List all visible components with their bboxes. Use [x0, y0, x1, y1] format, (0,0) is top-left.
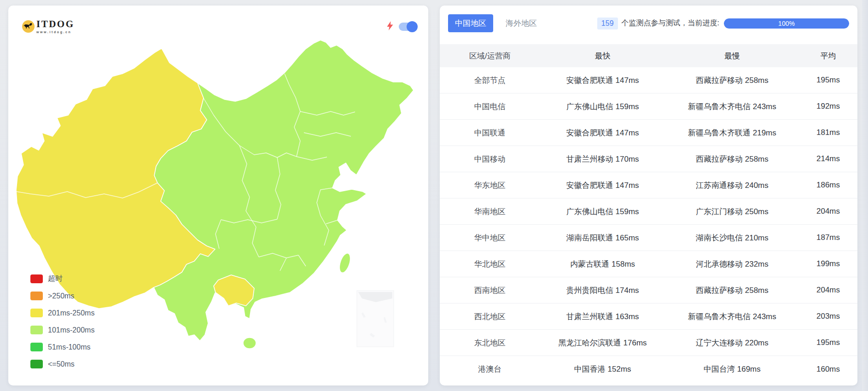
progress-fill: 100%: [724, 18, 849, 29]
table-row[interactable]: 港澳台 中国香港 152ms 中国台湾 169ms 160ms: [440, 356, 857, 382]
table-row[interactable]: 中国联通 安徽合肥联通 147ms 新疆乌鲁木齐联通 219ms 181ms: [440, 120, 857, 146]
cell-fastest: 黑龙江哈尔滨联通 176ms: [540, 338, 665, 348]
cell-average: 214ms: [799, 154, 857, 163]
header-fastest: 最快: [540, 51, 665, 61]
legend-item: 超时: [30, 270, 94, 287]
legend-swatch: [30, 343, 43, 351]
cell-average: 192ms: [799, 102, 857, 111]
cell-fastest: 甘肃兰州移动 170ms: [540, 154, 665, 164]
tab-china-region[interactable]: 中国地区: [448, 14, 493, 32]
legend-item: >250ms: [30, 287, 94, 304]
table-row[interactable]: 中国移动 甘肃兰州移动 170ms 西藏拉萨移动 258ms 214ms: [440, 146, 857, 172]
legend-label: >250ms: [48, 292, 74, 300]
cell-slowest: 西藏拉萨移动 258ms: [665, 285, 799, 296]
table-row[interactable]: 西北地区 甘肃兰州联通 163ms 新疆乌鲁木齐电信 243ms 203ms: [440, 303, 857, 330]
monitor-count-badge: 159: [597, 18, 618, 29]
cell-slowest: 江苏南通移动 240ms: [665, 180, 799, 191]
cell-fastest: 安徽合肥联通 147ms: [540, 180, 665, 191]
header-region: 区域/运营商: [440, 51, 540, 61]
logo-site-text: www.itdog.cn: [36, 30, 75, 34]
legend-swatch: [30, 309, 43, 317]
cell-fastest: 安徽合肥联通 147ms: [540, 75, 665, 86]
cell-average: 181ms: [799, 128, 857, 137]
cell-region: 华东地区: [440, 180, 540, 191]
cell-slowest: 广东江门移动 250ms: [665, 206, 799, 217]
dog-icon: [22, 20, 35, 33]
results-panel: 中国地区 海外地区 159 个监测点参与测试，当前进度: 100% 区域/运营商…: [440, 6, 857, 385]
cell-region: 华南地区: [440, 206, 540, 217]
legend-swatch: [30, 292, 43, 300]
cell-region: 华北地区: [440, 259, 540, 269]
cell-average: 187ms: [799, 233, 857, 242]
legend-label: 51ms-100ms: [48, 343, 90, 351]
table-body: 全部节点 安徽合肥联通 147ms 西藏拉萨移动 258ms 195ms 中国电…: [440, 67, 857, 382]
table-row[interactable]: 华南地区 广东佛山电信 159ms 广东江门移动 250ms 204ms: [440, 198, 857, 225]
cell-slowest: 辽宁大连移动 220ms: [665, 338, 799, 348]
lightning-icon: [387, 21, 393, 32]
legend-label: 101ms-200ms: [48, 326, 94, 334]
cell-fastest: 湖南岳阳联通 165ms: [540, 233, 665, 243]
legend-swatch: [30, 360, 43, 368]
cell-region: 中国联通: [440, 128, 540, 138]
legend-item: 201ms-250ms: [30, 304, 94, 321]
browser-scrollbar[interactable]: [862, 0, 868, 391]
cell-slowest: 新疆乌鲁木齐电信 243ms: [665, 101, 799, 112]
cell-average: 204ms: [799, 286, 857, 295]
cell-region: 全部节点: [440, 75, 540, 86]
map-region-taiwan[interactable]: [338, 252, 353, 274]
cell-slowest: 新疆乌鲁木齐电信 243ms: [665, 311, 799, 322]
table-row[interactable]: 中国电信 广东佛山电信 159ms 新疆乌鲁木齐电信 243ms 192ms: [440, 93, 857, 120]
cell-region: 华中地区: [440, 233, 540, 243]
cell-average: 195ms: [799, 338, 857, 347]
progress-label: 100%: [778, 20, 795, 27]
table-row[interactable]: 全部节点 安徽合肥联通 147ms 西藏拉萨移动 258ms 195ms: [440, 67, 857, 93]
latency-table: 区域/运营商 最快 最慢 平均 全部节点 安徽合肥联通 147ms 西藏拉萨移动…: [440, 44, 857, 382]
cell-slowest: 西藏拉萨移动 258ms: [665, 154, 799, 164]
cell-fastest: 甘肃兰州联通 163ms: [540, 311, 665, 322]
logo-brand-text: ITDOG: [36, 19, 75, 29]
cell-fastest: 内蒙古联通 158ms: [540, 259, 665, 269]
map-legend: 超时 >250ms 201ms-250ms 101ms-200ms 51ms-1…: [30, 270, 94, 373]
header-average: 平均: [799, 51, 857, 61]
cell-average: 204ms: [799, 207, 857, 216]
tab-overseas-region[interactable]: 海外地区: [499, 14, 544, 32]
cell-fastest: 广东佛山电信 159ms: [540, 101, 665, 112]
cell-region: 中国移动: [440, 154, 540, 164]
cell-average: 203ms: [799, 312, 857, 321]
south-china-sea-inset: [357, 291, 394, 347]
cell-region: 港澳台: [440, 364, 540, 374]
cell-fastest: 安徽合肥联通 147ms: [540, 128, 665, 138]
cell-fastest: 贵州贵阳电信 174ms: [540, 285, 665, 296]
cell-average: 199ms: [799, 259, 857, 268]
cell-slowest: 中国台湾 169ms: [665, 364, 799, 374]
legend-item: <=50ms: [30, 356, 94, 373]
legend-label: <=50ms: [48, 360, 75, 368]
table-row[interactable]: 东北地区 黑龙江哈尔滨联通 176ms 辽宁大连移动 220ms 195ms: [440, 330, 857, 356]
cell-slowest: 河北承德移动 232ms: [665, 259, 799, 269]
progress-bar: 100%: [724, 18, 849, 29]
toggle-knob: [407, 21, 418, 32]
legend-swatch: [30, 326, 43, 334]
table-row[interactable]: 华中地区 湖南岳阳联通 165ms 湖南长沙电信 210ms 187ms: [440, 225, 857, 251]
cell-region: 西南地区: [440, 285, 540, 296]
header-slowest: 最慢: [665, 51, 799, 61]
cell-region: 东北地区: [440, 338, 540, 348]
cell-region: 西北地区: [440, 311, 540, 322]
cell-average: 160ms: [799, 365, 857, 374]
table-row[interactable]: 西南地区 贵州贵阳电信 174ms 西藏拉萨移动 258ms 204ms: [440, 277, 857, 303]
table-header-row: 区域/运营商 最快 最慢 平均: [440, 44, 857, 67]
legend-label: 201ms-250ms: [48, 309, 94, 317]
cell-average: 195ms: [799, 76, 857, 85]
monitor-text: 个监测点参与测试，当前进度:: [622, 18, 719, 28]
map-mode-toggle[interactable]: [399, 23, 416, 31]
cell-slowest: 湖南长沙电信 210ms: [665, 233, 799, 243]
table-row[interactable]: 华东地区 安徽合肥联通 147ms 江苏南通移动 240ms 186ms: [440, 172, 857, 198]
table-row[interactable]: 华北地区 内蒙古联通 158ms 河北承德移动 232ms 199ms: [440, 251, 857, 277]
itdog-logo[interactable]: ITDOG www.itdog.cn: [22, 19, 75, 34]
legend-swatch: [30, 274, 43, 283]
cell-fastest: 广东佛山电信 159ms: [540, 206, 665, 217]
legend-item: 51ms-100ms: [30, 338, 94, 356]
map-region-hainan[interactable]: [243, 338, 256, 349]
cell-slowest: 新疆乌鲁木齐联通 219ms: [665, 128, 799, 138]
cell-slowest: 西藏拉萨移动 258ms: [665, 75, 799, 86]
